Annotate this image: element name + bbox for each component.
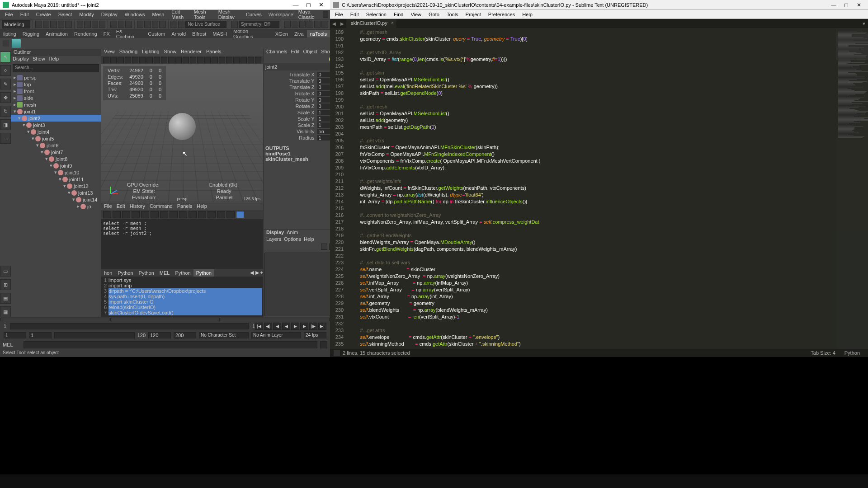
script-toolbar-icon[interactable] bbox=[217, 211, 225, 218]
outliner-item-joint13[interactable]: ▾joint13 bbox=[11, 189, 101, 196]
script-tab[interactable]: hon bbox=[101, 269, 115, 277]
tab-dropdown-icon[interactable]: ▼ bbox=[860, 19, 868, 28]
layer-icon[interactable] bbox=[321, 244, 327, 250]
menu-windows[interactable]: Windows bbox=[122, 11, 148, 18]
close-button[interactable]: ✕ bbox=[853, 1, 865, 9]
viewport-icon[interactable] bbox=[118, 57, 124, 63]
maximize-button[interactable]: ◻ bbox=[302, 1, 315, 9]
outliner-item-joint7[interactable]: ▾joint7 bbox=[11, 149, 101, 155]
menu-edit[interactable]: Edit bbox=[17, 11, 32, 18]
outliner-item-joint9[interactable]: ▾joint9 bbox=[11, 162, 101, 169]
scrollbar[interactable] bbox=[221, 318, 330, 321]
outliner-item-jo[interactable]: ▸jo bbox=[11, 203, 101, 210]
shelf-btn[interactable] bbox=[137, 21, 143, 28]
viewport-icon[interactable] bbox=[255, 57, 261, 63]
viewport-icon[interactable] bbox=[139, 57, 146, 63]
channel-translate-z[interactable]: Translate Z0 bbox=[265, 84, 330, 90]
outliner-menu-display[interactable]: Display bbox=[13, 56, 29, 63]
fps[interactable]: 24 fps bbox=[304, 332, 326, 338]
chanbox-menu-object[interactable]: Object bbox=[303, 49, 317, 56]
shelf-btn[interactable] bbox=[321, 21, 328, 28]
script-output[interactable]: select -r mesh ; select -r mesh ; select… bbox=[101, 219, 263, 269]
channel-scale-x[interactable]: Scale X1 bbox=[265, 109, 330, 116]
expander-icon[interactable]: ▾ bbox=[13, 108, 17, 114]
script-toolbar-icon[interactable] bbox=[122, 211, 130, 218]
script-toolbar-icon[interactable] bbox=[160, 211, 168, 218]
shelf-tab-motion graphics[interactable]: Motion Graphics bbox=[230, 30, 272, 38]
shelf-tab-rigging[interactable]: Rigging bbox=[19, 30, 42, 38]
outliner-item-mesh[interactable]: ▸mesh bbox=[11, 101, 101, 108]
script-tab[interactable]: Python bbox=[115, 269, 136, 277]
menu-goto[interactable]: Goto bbox=[425, 11, 443, 18]
viewport-icon[interactable] bbox=[168, 57, 175, 63]
menu-edit[interactable]: Edit bbox=[347, 11, 362, 18]
viewport-icon[interactable] bbox=[110, 57, 117, 63]
viewport-icon[interactable] bbox=[226, 57, 232, 63]
menu-create[interactable]: Create bbox=[33, 11, 54, 18]
shelf-btn[interactable] bbox=[50, 21, 57, 28]
scale-tool[interactable]: ◨ bbox=[0, 119, 11, 130]
outliner-menu-show[interactable]: Show bbox=[33, 56, 45, 63]
script-toolbar-icon[interactable] bbox=[236, 211, 244, 218]
outliner-item-joint8[interactable]: ▾joint8 bbox=[11, 155, 101, 162]
chanbox-menu-show[interactable]: Show bbox=[321, 49, 330, 56]
status-icon[interactable] bbox=[334, 350, 340, 356]
range-start[interactable]: 1 bbox=[29, 332, 52, 338]
character-set[interactable]: No Character Set bbox=[199, 332, 249, 338]
shelf-tab-iipting[interactable]: iipting bbox=[0, 30, 19, 38]
menu-find[interactable]: Find bbox=[391, 11, 406, 18]
viewport-icon[interactable] bbox=[212, 57, 218, 63]
viewport-menu-show[interactable]: Show bbox=[164, 49, 177, 56]
shelf-btn[interactable] bbox=[110, 21, 117, 28]
expander-icon[interactable]: ▾ bbox=[67, 190, 71, 196]
expander-icon[interactable]: ▾ bbox=[35, 142, 40, 148]
layout-single[interactable]: ▭ bbox=[0, 266, 11, 277]
viewport-icon[interactable] bbox=[233, 57, 240, 63]
layout-ortho[interactable]: ▤ bbox=[0, 293, 11, 304]
script-tab[interactable]: MEL bbox=[157, 269, 173, 277]
channel-rotate-x[interactable]: Rotate X0 bbox=[265, 90, 330, 97]
playback-btn[interactable]: ◀ bbox=[282, 323, 290, 330]
anim-layer[interactable]: No Anim Layer bbox=[251, 332, 301, 338]
shelf-btn[interactable] bbox=[314, 21, 321, 28]
mode-dropdown[interactable]: Modeling bbox=[2, 20, 30, 28]
symmetry[interactable]: Symmetry: Off bbox=[239, 21, 279, 28]
channel-scale-y[interactable]: Scale Y1 bbox=[265, 116, 330, 122]
playback-btn[interactable]: ▶ bbox=[300, 323, 308, 330]
shelf-btn[interactable] bbox=[65, 21, 71, 28]
shelf-btn[interactable] bbox=[292, 21, 298, 28]
range-end-max[interactable]: 200 bbox=[174, 332, 196, 338]
scrollbar[interactable] bbox=[110, 318, 219, 321]
script-toolbar-icon[interactable] bbox=[189, 211, 197, 218]
script-tab[interactable]: Python bbox=[193, 269, 214, 277]
expander-icon[interactable]: ▾ bbox=[53, 169, 58, 175]
expander-icon[interactable]: ▸ bbox=[13, 81, 17, 87]
expander-icon[interactable]: ▸ bbox=[13, 88, 17, 94]
outliner-item-joint4[interactable]: ▾joint4 bbox=[11, 128, 101, 135]
viewport-icon[interactable] bbox=[161, 57, 167, 63]
cmd-input[interactable] bbox=[24, 341, 317, 348]
channel-scale-z[interactable]: Scale Z1 bbox=[265, 122, 330, 128]
expander-icon[interactable]: ▾ bbox=[31, 136, 35, 141]
close-button[interactable]: ✕ bbox=[315, 1, 327, 9]
chanbox-menu-channels[interactable]: Channels bbox=[266, 49, 287, 56]
layers-menu[interactable]: Layers bbox=[266, 236, 281, 244]
expander-icon[interactable]: ▾ bbox=[22, 122, 26, 128]
selected-node[interactable]: joint2 bbox=[264, 63, 330, 70]
expander-icon[interactable]: ▸ bbox=[13, 102, 17, 108]
script-toolbar-icon[interactable] bbox=[170, 211, 178, 218]
shelf-btn[interactable] bbox=[170, 21, 177, 28]
script-menu-edit[interactable]: Edit bbox=[117, 203, 125, 210]
expander-icon[interactable]: ▾ bbox=[49, 163, 53, 169]
outliner-item-joint14[interactable]: ▾joint14 bbox=[11, 196, 101, 203]
outliner-item-joint10[interactable]: ▾joint10 bbox=[11, 169, 101, 176]
shelf-tab-mash[interactable]: MASH bbox=[209, 30, 230, 38]
script-toolbar-icon[interactable] bbox=[151, 211, 159, 218]
shelf-btn[interactable] bbox=[58, 21, 64, 28]
menu-modify[interactable]: Modify bbox=[76, 11, 97, 18]
shelf-btn[interactable] bbox=[307, 21, 313, 28]
script-tab[interactable]: Python bbox=[136, 269, 157, 277]
paint-tool[interactable]: ✎ bbox=[0, 79, 11, 89]
expander-icon[interactable]: ▸ bbox=[13, 75, 17, 80]
viewport-icon[interactable] bbox=[183, 57, 189, 63]
